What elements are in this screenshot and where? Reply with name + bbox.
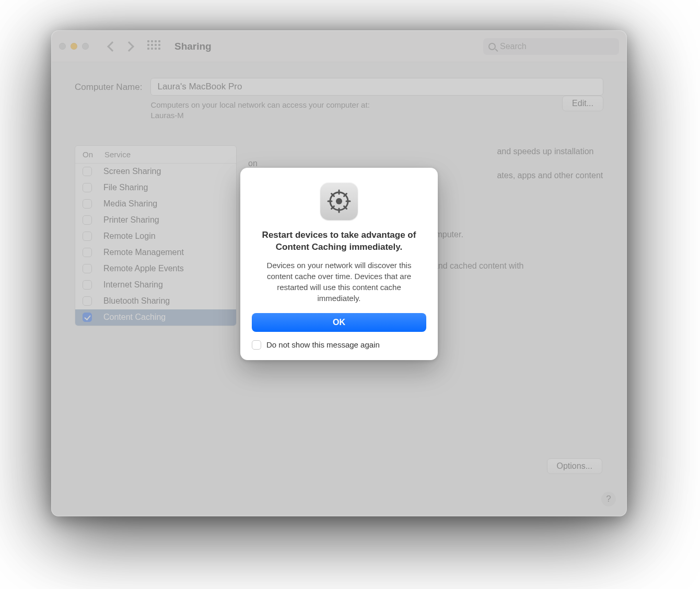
service-label: Content Caching [103,313,166,322]
ok-button[interactable]: OK [252,313,426,332]
toolbar: Sharing Search [52,31,626,62]
dialog-body: Devices on your network will discover th… [252,260,426,304]
service-checkbox[interactable] [83,313,92,322]
search-icon [488,43,496,50]
service-label: Remote Login [103,232,156,241]
service-checkbox[interactable] [83,264,92,273]
service-row[interactable]: Remote Login [75,228,236,245]
svg-point-9 [336,198,342,204]
service-label: Bluetooth Sharing [103,296,170,306]
preferences-window: Sharing Search Computer Name: Laura's Ma… [51,30,627,516]
service-row[interactable]: Remote Apple Events [75,261,236,277]
search-placeholder: Search [500,42,527,51]
service-checkbox[interactable] [83,215,92,225]
edit-button[interactable]: Edit... [562,96,603,111]
computer-name-label: Computer Name: [75,78,142,93]
restart-devices-dialog: Restart devices to take advantage of Con… [240,168,438,360]
system-preferences-icon [320,182,358,220]
service-checkbox[interactable] [83,248,92,257]
search-input[interactable]: Search [483,38,619,55]
window-controls [59,43,89,50]
nav-buttons [109,43,133,50]
service-row[interactable]: Remote Management [75,245,236,261]
service-label: Internet Sharing [103,280,163,290]
service-label: Media Sharing [103,199,157,209]
service-label: Screen Sharing [103,167,161,176]
dont-show-checkbox[interactable] [252,340,261,350]
dialog-title: Restart devices to take advantage of Con… [252,229,426,253]
service-label: Printer Sharing [103,215,159,225]
service-checkbox[interactable] [83,280,92,290]
computer-name-field[interactable]: Laura's MacBook Pro [150,78,603,96]
forward-button[interactable] [124,41,134,52]
service-checkbox[interactable] [83,183,92,192]
service-row[interactable]: Internet Sharing [75,277,236,293]
service-label: Remote Apple Events [103,264,184,273]
service-label: File Sharing [103,183,148,192]
service-label: Remote Management [103,248,184,257]
service-checkbox[interactable] [83,232,92,241]
back-button[interactable] [107,41,118,52]
service-checkbox[interactable] [83,199,92,209]
services-table: On Service Screen SharingFile SharingMed… [75,145,237,326]
service-row[interactable]: Content Caching [75,309,236,326]
service-row[interactable]: Bluetooth Sharing [75,293,236,309]
help-button[interactable]: ? [601,492,616,506]
minimize-window-button[interactable] [71,43,77,50]
zoom-window-button[interactable] [82,43,89,50]
service-checkbox[interactable] [83,296,92,306]
services-table-header: On Service [75,146,236,164]
close-window-button[interactable] [59,43,66,50]
page-title: Sharing [174,41,212,52]
dont-show-label: Do not show this message again [266,340,380,349]
service-checkbox[interactable] [83,167,92,176]
computer-name-help: Computers on your local network can acce… [150,100,369,121]
service-row[interactable]: Media Sharing [75,196,236,212]
options-button[interactable]: Options... [547,458,602,474]
service-row[interactable]: Printer Sharing [75,212,236,228]
service-row[interactable]: Screen Sharing [75,164,236,180]
all-preferences-icon[interactable] [147,40,160,53]
service-row[interactable]: File Sharing [75,180,236,196]
